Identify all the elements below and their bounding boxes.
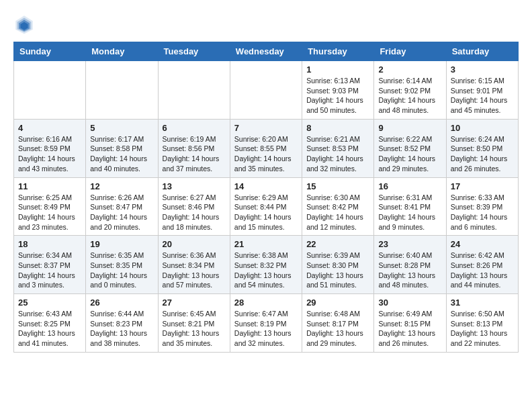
calendar-cell: 19Sunrise: 6:35 AM Sunset: 8:35 PM Dayli…: [86, 236, 158, 294]
day-info: Sunrise: 6:24 AM Sunset: 8:50 PM Dayligh…: [451, 134, 514, 174]
calendar-cell: 1Sunrise: 6:13 AM Sunset: 9:03 PM Daylig…: [302, 61, 374, 120]
logo-icon: [13, 13, 35, 35]
calendar-cell: 9Sunrise: 6:22 AM Sunset: 8:52 PM Daylig…: [374, 119, 446, 177]
day-info: Sunrise: 6:38 AM Sunset: 8:32 PM Dayligh…: [234, 250, 298, 290]
day-number: 12: [90, 181, 153, 191]
calendar-cell: 31Sunrise: 6:50 AM Sunset: 8:13 PM Dayli…: [446, 294, 518, 353]
logo: [13, 13, 38, 35]
day-info: Sunrise: 6:16 AM Sunset: 8:59 PM Dayligh…: [18, 134, 81, 174]
weekday-header-tuesday: Tuesday: [158, 42, 230, 61]
calendar-cell: [14, 61, 86, 120]
day-info: Sunrise: 6:14 AM Sunset: 9:02 PM Dayligh…: [378, 76, 441, 116]
day-number: 24: [451, 239, 514, 249]
weekday-header-saturday: Saturday: [446, 42, 518, 61]
calendar-table: SundayMondayTuesdayWednesdayThursdayFrid…: [13, 42, 519, 353]
day-number: 20: [163, 239, 226, 249]
day-info: Sunrise: 6:45 AM Sunset: 8:21 PM Dayligh…: [163, 309, 226, 349]
day-number: 14: [234, 181, 298, 191]
day-number: 31: [451, 298, 514, 308]
weekday-header-sunday: Sunday: [14, 42, 86, 61]
day-number: 29: [306, 298, 369, 308]
day-number: 3: [451, 64, 514, 75]
calendar-cell: 24Sunrise: 6:42 AM Sunset: 8:26 PM Dayli…: [446, 236, 518, 294]
day-number: 6: [163, 123, 226, 133]
day-number: 23: [378, 239, 441, 249]
day-number: 16: [378, 181, 441, 191]
day-number: 7: [234, 123, 298, 133]
day-info: Sunrise: 6:17 AM Sunset: 8:58 PM Dayligh…: [90, 134, 153, 174]
calendar-cell: 28Sunrise: 6:47 AM Sunset: 8:19 PM Dayli…: [230, 294, 302, 353]
calendar-cell: 29Sunrise: 6:48 AM Sunset: 8:17 PM Dayli…: [302, 294, 374, 353]
day-info: Sunrise: 6:48 AM Sunset: 8:17 PM Dayligh…: [306, 309, 369, 349]
day-info: Sunrise: 6:19 AM Sunset: 8:56 PM Dayligh…: [163, 134, 226, 174]
calendar-cell: 13Sunrise: 6:27 AM Sunset: 8:46 PM Dayli…: [158, 177, 230, 236]
day-number: 27: [163, 298, 226, 308]
calendar-cell: 27Sunrise: 6:45 AM Sunset: 8:21 PM Dayli…: [158, 294, 230, 353]
day-number: 30: [378, 298, 441, 308]
calendar-cell: 6Sunrise: 6:19 AM Sunset: 8:56 PM Daylig…: [158, 119, 230, 177]
day-info: Sunrise: 6:47 AM Sunset: 8:19 PM Dayligh…: [234, 309, 298, 349]
day-info: Sunrise: 6:26 AM Sunset: 8:47 PM Dayligh…: [90, 193, 153, 232]
day-info: Sunrise: 6:35 AM Sunset: 8:35 PM Dayligh…: [90, 250, 153, 290]
day-info: Sunrise: 6:34 AM Sunset: 8:37 PM Dayligh…: [18, 250, 81, 290]
calendar-cell: 25Sunrise: 6:43 AM Sunset: 8:25 PM Dayli…: [14, 294, 86, 353]
day-info: Sunrise: 6:42 AM Sunset: 8:26 PM Dayligh…: [451, 250, 514, 290]
day-number: 13: [163, 181, 226, 191]
calendar-cell: 18Sunrise: 6:34 AM Sunset: 8:37 PM Dayli…: [14, 236, 86, 294]
day-info: Sunrise: 6:40 AM Sunset: 8:28 PM Dayligh…: [378, 250, 441, 290]
day-info: Sunrise: 6:43 AM Sunset: 8:25 PM Dayligh…: [18, 309, 81, 349]
calendar-cell: 2Sunrise: 6:14 AM Sunset: 9:02 PM Daylig…: [374, 61, 446, 120]
day-number: 10: [451, 123, 514, 133]
day-info: Sunrise: 6:20 AM Sunset: 8:55 PM Dayligh…: [234, 134, 298, 174]
day-number: 21: [234, 239, 298, 249]
day-number: 15: [306, 181, 369, 191]
calendar-cell: 20Sunrise: 6:36 AM Sunset: 8:34 PM Dayli…: [158, 236, 230, 294]
day-number: 8: [306, 123, 369, 133]
day-number: 2: [378, 64, 441, 75]
day-info: Sunrise: 6:30 AM Sunset: 8:42 PM Dayligh…: [306, 193, 369, 232]
day-info: Sunrise: 6:50 AM Sunset: 8:13 PM Dayligh…: [451, 309, 514, 349]
day-number: 22: [306, 239, 369, 249]
day-info: Sunrise: 6:15 AM Sunset: 9:01 PM Dayligh…: [451, 76, 514, 116]
day-info: Sunrise: 6:39 AM Sunset: 8:30 PM Dayligh…: [306, 250, 369, 290]
weekday-header-monday: Monday: [86, 42, 158, 61]
weekday-header-thursday: Thursday: [302, 42, 374, 61]
calendar-cell: 22Sunrise: 6:39 AM Sunset: 8:30 PM Dayli…: [302, 236, 374, 294]
day-info: Sunrise: 6:31 AM Sunset: 8:41 PM Dayligh…: [378, 193, 441, 232]
day-number: 17: [451, 181, 514, 191]
day-info: Sunrise: 6:25 AM Sunset: 8:49 PM Dayligh…: [18, 193, 81, 232]
calendar-week-2: 4Sunrise: 6:16 AM Sunset: 8:59 PM Daylig…: [14, 119, 519, 177]
day-info: Sunrise: 6:49 AM Sunset: 8:15 PM Dayligh…: [378, 309, 441, 349]
calendar-week-3: 11Sunrise: 6:25 AM Sunset: 8:49 PM Dayli…: [14, 177, 519, 236]
calendar-header-row: SundayMondayTuesdayWednesdayThursdayFrid…: [14, 42, 519, 61]
calendar-cell: [86, 61, 158, 120]
calendar-week-4: 18Sunrise: 6:34 AM Sunset: 8:37 PM Dayli…: [14, 236, 519, 294]
day-number: 5: [90, 123, 153, 133]
day-number: 19: [90, 239, 153, 249]
calendar-cell: 12Sunrise: 6:26 AM Sunset: 8:47 PM Dayli…: [86, 177, 158, 236]
calendar-cell: 3Sunrise: 6:15 AM Sunset: 9:01 PM Daylig…: [446, 61, 518, 120]
day-number: 26: [90, 298, 153, 308]
calendar-cell: 4Sunrise: 6:16 AM Sunset: 8:59 PM Daylig…: [14, 119, 86, 177]
calendar-cell: 11Sunrise: 6:25 AM Sunset: 8:49 PM Dayli…: [14, 177, 86, 236]
day-info: Sunrise: 6:22 AM Sunset: 8:52 PM Dayligh…: [378, 134, 441, 174]
day-info: Sunrise: 6:13 AM Sunset: 9:03 PM Dayligh…: [306, 76, 369, 116]
calendar-cell: [230, 61, 302, 120]
day-info: Sunrise: 6:21 AM Sunset: 8:53 PM Dayligh…: [306, 134, 369, 174]
calendar-cell: 30Sunrise: 6:49 AM Sunset: 8:15 PM Dayli…: [374, 294, 446, 353]
calendar-cell: 7Sunrise: 6:20 AM Sunset: 8:55 PM Daylig…: [230, 119, 302, 177]
day-info: Sunrise: 6:33 AM Sunset: 8:39 PM Dayligh…: [451, 193, 514, 232]
day-number: 25: [18, 298, 81, 308]
calendar-cell: 10Sunrise: 6:24 AM Sunset: 8:50 PM Dayli…: [446, 119, 518, 177]
day-number: 4: [18, 123, 81, 133]
weekday-header-wednesday: Wednesday: [230, 42, 302, 61]
day-info: Sunrise: 6:29 AM Sunset: 8:44 PM Dayligh…: [234, 193, 298, 232]
calendar-cell: 23Sunrise: 6:40 AM Sunset: 8:28 PM Dayli…: [374, 236, 446, 294]
day-info: Sunrise: 6:36 AM Sunset: 8:34 PM Dayligh…: [163, 250, 226, 290]
calendar-week-1: 1Sunrise: 6:13 AM Sunset: 9:03 PM Daylig…: [14, 61, 519, 120]
calendar-cell: 14Sunrise: 6:29 AM Sunset: 8:44 PM Dayli…: [230, 177, 302, 236]
calendar-cell: 8Sunrise: 6:21 AM Sunset: 8:53 PM Daylig…: [302, 119, 374, 177]
day-info: Sunrise: 6:27 AM Sunset: 8:46 PM Dayligh…: [163, 193, 226, 232]
calendar-week-5: 25Sunrise: 6:43 AM Sunset: 8:25 PM Dayli…: [14, 294, 519, 353]
calendar-cell: 21Sunrise: 6:38 AM Sunset: 8:32 PM Dayli…: [230, 236, 302, 294]
